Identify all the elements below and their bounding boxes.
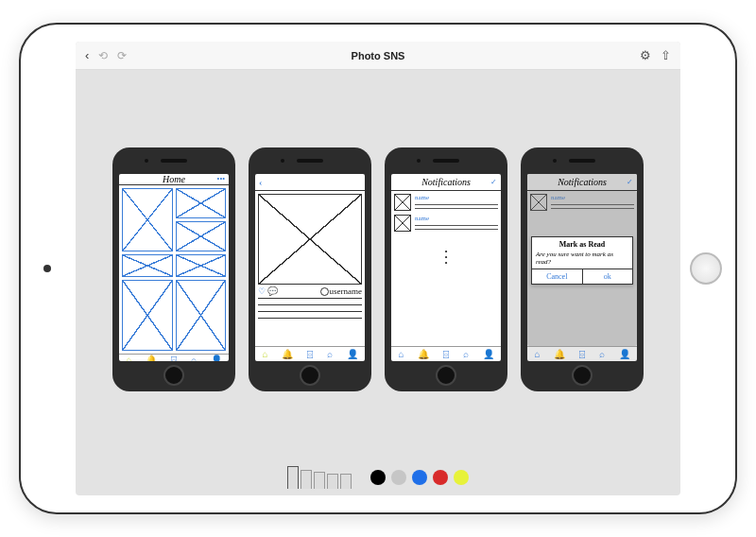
phone-home-button [163,365,184,386]
tab-camera-icon[interactable]: ⌻ [307,349,313,359]
tab-search-icon[interactable]: ⌕ [327,349,333,359]
color-swatches [370,470,469,485]
app-toolbar: ‹ ⟲ ⟳ Photo SNS ⚙ ⇧ [76,42,680,70]
dialog-title: Mark as Read [532,237,632,250]
phone-mockup-notifications[interactable]: Notifications ✓ name [385,147,507,391]
share-icon[interactable]: ⇧ [661,48,671,62]
text-line [415,223,498,226]
heart-icon[interactable]: ♡ [258,286,266,296]
drawing-tools [287,466,352,489]
phone-mockup-notifications-dialog[interactable]: Notifications ✓ name [521,147,644,391]
detail-meta-row: ♡ 💬 username [258,285,362,299]
screen-title: Home [163,174,185,184]
phone-mockup-home[interactable]: Home ••• [112,147,235,391]
image-placeholder-large[interactable] [258,194,362,285]
redo-button[interactable]: ⟳ [117,49,127,62]
ok-button[interactable]: ok [582,269,633,284]
pen-tool[interactable] [287,466,299,489]
phone-camera [145,159,148,163]
image-placeholder[interactable] [176,254,227,277]
settings-icon[interactable]: ⚙ [640,48,651,62]
tab-search-icon[interactable]: ⌕ [191,355,197,361]
tab-home-icon[interactable]: ⌂ [534,349,540,359]
tab-camera-icon[interactable]: ⌻ [443,349,449,359]
ipad-device-frame: ‹ ⟲ ⟳ Photo SNS ⚙ ⇧ Home ••• [19,23,737,514]
marker-tool[interactable] [314,472,325,489]
eraser-tool[interactable] [327,474,338,489]
phone-camera [281,159,284,163]
back-icon[interactable]: ‹ [259,177,262,187]
phone-speaker [297,159,323,163]
tab-home-icon[interactable]: ⌂ [398,349,404,359]
avatar-placeholder [394,215,411,232]
tab-bar: ⌂ 🔔 ⌻ ⌕ 👤 [527,346,637,361]
undo-button[interactable]: ⟲ [98,49,108,62]
more-icon[interactable]: ••• [217,175,225,183]
comment-icon[interactable]: 💬 [267,286,278,296]
check-icon[interactable]: ✓ [490,178,497,186]
tab-search-icon[interactable]: ⌕ [463,349,469,359]
image-placeholder[interactable] [176,188,227,218]
back-button[interactable]: ‹ [85,48,89,62]
swatch-blue[interactable] [412,470,427,485]
tab-profile-icon[interactable]: 👤 [483,349,494,359]
phone-home-button [436,365,456,386]
tab-home-icon[interactable]: ⌂ [126,355,131,361]
design-canvas[interactable]: Home ••• [76,70,680,495]
text-line [415,227,498,230]
swatch-red[interactable] [433,470,448,485]
notif-username: name [415,194,498,201]
tab-bell-icon[interactable]: 🔔 [146,355,157,361]
phone-mockup-detail[interactable]: ‹ ♡ 💬 username [249,147,371,391]
pencil-tool[interactable] [301,470,312,489]
text-line [415,206,498,209]
app-screen: ‹ ⟲ ⟳ Photo SNS ⚙ ⇧ Home ••• [76,42,680,495]
ipad-home-button[interactable] [690,252,722,285]
tab-profile-icon[interactable]: 👤 [211,355,222,361]
tab-bell-icon[interactable]: 🔔 [282,349,293,359]
phone-camera [417,159,421,163]
phone-speaker [433,159,459,163]
bottom-tool-tray [76,459,680,495]
image-placeholder[interactable] [122,188,173,251]
image-placeholder[interactable] [122,254,173,277]
notification-item[interactable]: name [394,215,498,232]
notification-item[interactable]: name [394,194,498,211]
text-line [258,301,362,305]
tab-bell-icon[interactable]: 🔔 [418,349,429,359]
phone-camera [553,159,557,163]
phone-speaker [161,159,187,163]
screen-header: Home ••• [119,174,229,185]
screen-header: Notifications ✓ [391,174,501,191]
phone-speaker [569,159,595,163]
check-icon[interactable]: ✓ [627,178,633,186]
tab-bell-icon[interactable]: 🔔 [554,349,565,359]
ruler-tool[interactable] [340,474,352,489]
tab-search-icon[interactable]: ⌕ [599,349,605,359]
screen-header: Notifications ✓ [527,174,637,191]
image-placeholder[interactable] [176,280,227,351]
tab-profile-icon[interactable]: 👤 [619,349,630,359]
ellipsis-dots: ••• [394,249,498,266]
tab-profile-icon[interactable]: 👤 [347,349,358,359]
username-label[interactable]: username [320,286,362,296]
swatch-black[interactable] [370,470,386,485]
image-placeholder[interactable] [176,221,227,251]
notif-username: name [415,215,498,222]
tab-bar: ⌂ 🔔 ⌻ ⌕ 👤 [391,346,501,361]
screen-header: ‹ [255,174,365,191]
cancel-button[interactable]: Cancel [532,269,582,284]
phone-home-button [300,365,320,386]
tab-home-icon[interactable]: ⌂ [262,349,267,359]
screen-title: Notifications [421,177,471,187]
image-placeholder[interactable] [122,280,173,351]
text-line [258,307,362,312]
tab-camera-icon[interactable]: ⌻ [171,355,177,361]
dialog-message: Are you sure want to mark as read? [532,250,632,268]
swatch-yellow[interactable] [454,470,469,485]
tab-camera-icon[interactable]: ⌻ [579,349,585,359]
app-title: Photo SNS [352,50,405,61]
swatch-grey[interactable] [391,470,406,485]
confirm-dialog: Mark as Read Are you sure want to mark a… [531,236,633,285]
text-line [415,202,498,205]
